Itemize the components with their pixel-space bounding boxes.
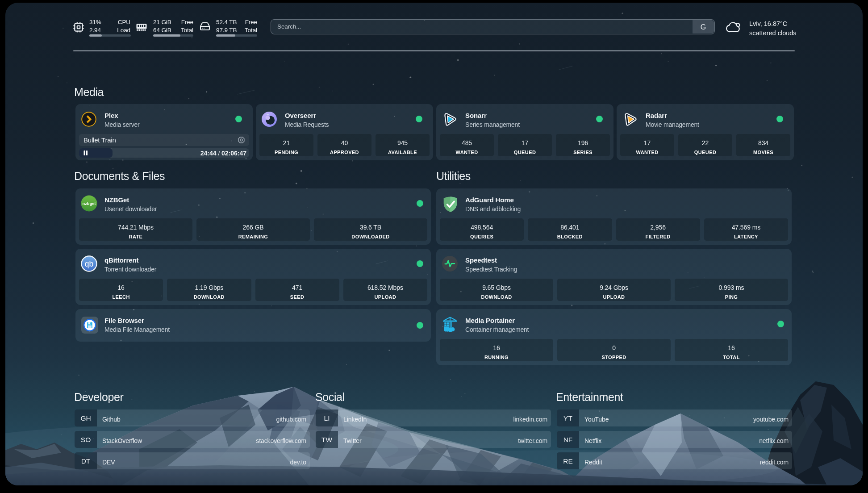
svg-text:qb: qb [85, 259, 93, 268]
svg-text:nzbget: nzbget [83, 201, 96, 206]
